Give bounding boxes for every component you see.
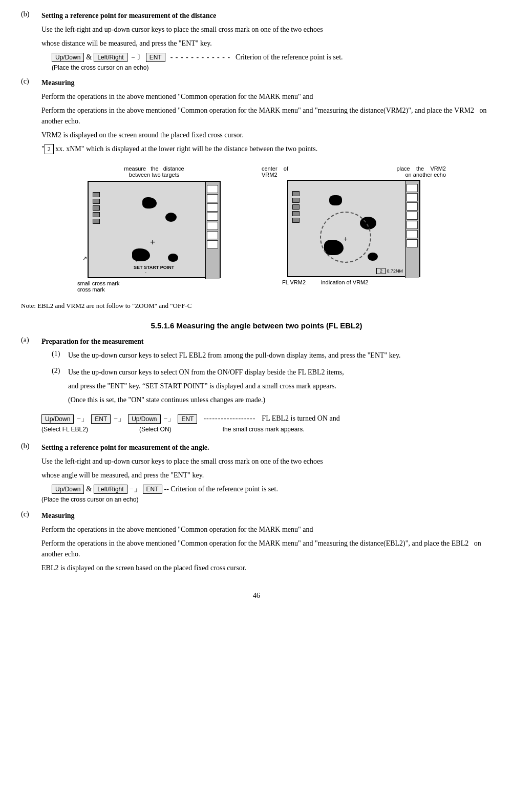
left-right-key-1: Left/Right bbox=[94, 53, 127, 62]
fig1-arrow-annotation: ↗ bbox=[82, 255, 87, 262]
section-heading-5516: 5.5.1.6 Measuring the angle between two … bbox=[21, 321, 492, 330]
fig2-wrapper: + + 2 0.72NM FL VRM2 indication of VRM2 bbox=[282, 180, 425, 285]
left-rect bbox=[292, 211, 300, 216]
c-text4: "2 xx. xNM" which is displayed at the lo… bbox=[41, 143, 492, 154]
small-cross-2: + bbox=[330, 198, 333, 204]
left-rect bbox=[93, 212, 100, 217]
left-panel-1 bbox=[93, 192, 100, 224]
left-rect bbox=[93, 219, 100, 224]
echo-2-4 bbox=[368, 253, 378, 261]
step-2: (2) Use the up-down cursor keys to selec… bbox=[52, 367, 492, 408]
cross-mark-2: + bbox=[344, 235, 348, 243]
side-rect bbox=[407, 230, 418, 238]
amp-1: & bbox=[86, 53, 92, 61]
seq-ent-1: ENT bbox=[91, 414, 111, 424]
seq-label-3: the small cross mark appears. bbox=[223, 426, 305, 433]
step-1-text: Use the up-down cursor keys to select FL… bbox=[68, 350, 401, 364]
seq-row-inner: Up/Down −」 ENT −」 Up/Down −」 ENT -------… bbox=[41, 414, 492, 424]
distance-label: 2 0.72NM bbox=[376, 268, 403, 274]
c2-text2: Perform the operations in the above ment… bbox=[41, 538, 492, 559]
echo-2 bbox=[165, 213, 177, 222]
fig1-below-captions: small cross markcross mark bbox=[77, 280, 231, 293]
side-rect bbox=[207, 231, 218, 239]
up-down-key-1: Up/Down bbox=[52, 53, 84, 62]
left-rect bbox=[292, 191, 300, 196]
fig2-below-captions: FL VRM2 indication of VRM2 bbox=[282, 279, 425, 285]
side-rect bbox=[407, 212, 418, 220]
left-rect bbox=[292, 198, 300, 203]
criterion-1: Criterion of the reference point is set. bbox=[236, 53, 343, 61]
step-2-text: Use the up-down cursor keys to select ON… bbox=[68, 367, 344, 408]
seq-arrow-1: −」 bbox=[77, 414, 88, 424]
seq-up-down-2: Up/Down bbox=[128, 414, 160, 424]
steps-list: (1) Use the up-down cursor keys to selec… bbox=[52, 350, 492, 408]
c-text3: VRM2 is displayed on the screen around t… bbox=[41, 130, 492, 140]
b2-place-note: (Place the cross cursor on an echo) bbox=[41, 496, 492, 503]
seq-dashes: ------------------ bbox=[203, 414, 255, 423]
fig2-captions-top: center ofVRM2 place the VRM2on another e… bbox=[262, 165, 446, 178]
fig2-caption-left: center ofVRM2 bbox=[262, 165, 288, 178]
page-content: (b) Setting a reference point for measur… bbox=[21, 10, 492, 600]
vrm-num: 2 bbox=[376, 268, 386, 274]
dash-arrow-1: －〕 bbox=[130, 53, 144, 62]
key-sequence-b2: Up/Down & Left/Right −」 ENT -- Criterion… bbox=[52, 485, 492, 494]
page-number: 46 bbox=[21, 592, 492, 600]
section-a2: (a) Preparation for the measurement (1) … bbox=[21, 336, 492, 435]
side-rect bbox=[407, 193, 418, 201]
set-start-label: SET START POINT bbox=[134, 265, 174, 270]
side-rect bbox=[207, 185, 218, 193]
b-text2: whose distance will be measured, and pre… bbox=[41, 38, 492, 49]
radar-screen-2: + + 2 0.72NM bbox=[287, 180, 420, 277]
side-rect bbox=[207, 213, 218, 221]
b2-title: Setting a reference point for measuremen… bbox=[41, 442, 492, 453]
b-content: Setting a reference point for measuremen… bbox=[41, 10, 492, 71]
side-rect bbox=[407, 239, 418, 247]
side-rect bbox=[407, 221, 418, 229]
figures-container: measure the distancebetween two targets bbox=[21, 165, 492, 293]
b-label: (b) bbox=[21, 10, 41, 71]
b2-text2: whose angle will be measured, and press … bbox=[41, 470, 492, 481]
ent-key-1: ENT bbox=[146, 53, 165, 62]
step-2-num: (2) bbox=[52, 367, 68, 408]
seq-labels: (Select FL EBL2) (Select ON) the small c… bbox=[41, 426, 492, 433]
side-panel-1 bbox=[205, 182, 220, 279]
side-rect bbox=[207, 203, 218, 212]
side-rect bbox=[407, 184, 418, 192]
indication-label: indication of VRM2 bbox=[321, 279, 368, 285]
fig1-wrapper: + + SET START POINT - small cross markcr… bbox=[77, 181, 231, 293]
dashes-1: - - - - - - - - - - - - bbox=[170, 53, 230, 61]
place-note-1: (Place the cross cursor on an echo) bbox=[52, 64, 492, 71]
left-rect bbox=[93, 192, 100, 197]
small-cross-label: small cross markcross mark bbox=[77, 280, 120, 293]
echo-1 bbox=[142, 197, 157, 209]
small-cross-1: + bbox=[135, 256, 139, 264]
a2-label: (a) bbox=[21, 336, 41, 435]
distance-value: 0.72NM bbox=[387, 268, 403, 274]
c-title: Measuring bbox=[41, 77, 492, 88]
c2-text1: Perform the operations in the above ment… bbox=[41, 524, 492, 535]
figure-2: center ofVRM2 place the VRM2on another e… bbox=[262, 165, 446, 293]
b2-text1: Use the left-right and up-down cursor ke… bbox=[41, 456, 492, 467]
seq-up-down-1: Up/Down bbox=[41, 414, 74, 424]
section-b: (b) Setting a reference point for measur… bbox=[21, 10, 492, 71]
seq-ent-2: ENT bbox=[178, 414, 197, 424]
b2-criterion: -- Criterion of the reference point is s… bbox=[164, 485, 278, 493]
radar-screen-1: + + SET START POINT - bbox=[88, 181, 221, 278]
step-1: (1) Use the up-down cursor keys to selec… bbox=[52, 350, 492, 364]
fl-vrm2-label: FL VRM2 bbox=[282, 279, 306, 285]
fig1-caption: measure the distancebetween two targets bbox=[67, 165, 241, 178]
left-panel-2 bbox=[292, 191, 300, 223]
section-b2: (b) Setting a reference point for measur… bbox=[21, 442, 492, 503]
a2-content: Preparation for the measurement (1) Use … bbox=[41, 336, 492, 435]
figure-1: measure the distancebetween two targets bbox=[67, 165, 241, 293]
key-sequence-1: Up/Down & Left/Right －〕 ENT - - - - - - … bbox=[52, 53, 492, 62]
b2-content: Setting a reference point for measuremen… bbox=[41, 442, 492, 503]
seq-label-2: (Select ON) bbox=[139, 426, 172, 433]
c-text2: Perform the operations in the above ment… bbox=[41, 105, 492, 127]
left-rect bbox=[292, 218, 300, 223]
left-rect bbox=[93, 205, 100, 211]
b-text1: Use the left-right and up-down cursor ke… bbox=[41, 24, 492, 35]
c2-text3: EBL2 is displayed on the screen based on… bbox=[41, 563, 492, 573]
c2-content: Measuring Perform the operations in the … bbox=[41, 510, 492, 576]
b2-amp: & bbox=[86, 485, 92, 493]
